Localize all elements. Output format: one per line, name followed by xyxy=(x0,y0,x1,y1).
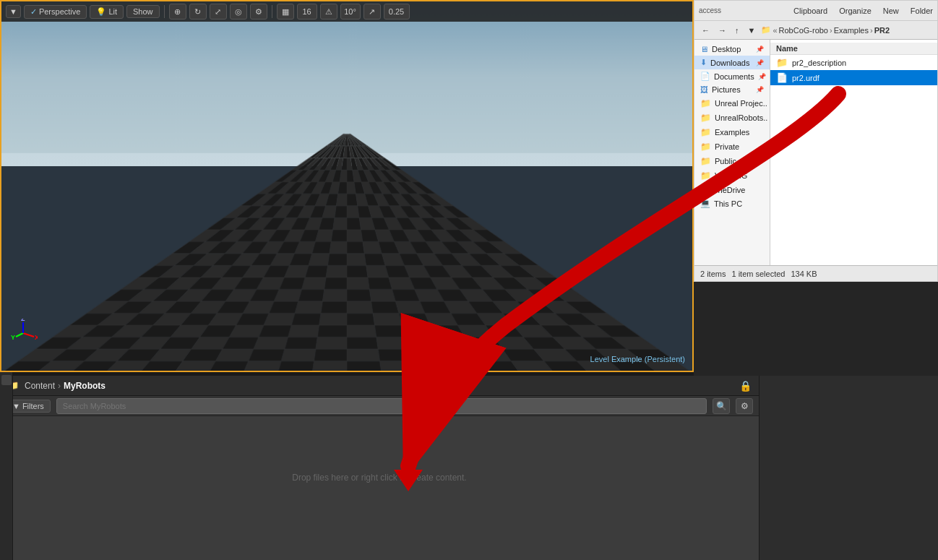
sidebar-unreal-robots-label: UnrealRobots.. xyxy=(715,113,767,122)
viewport: ▼ ✓ Perspective 💡 Lit Show ⊕ ↻ ⤢ ◎ ⚙ ▦ 1… xyxy=(0,0,694,372)
folder-unreal-icon: 📁 xyxy=(700,98,711,108)
fe-body: 🖥 Desktop 📌 ⬇ Downloads 📌 📄 Documents 📌 … xyxy=(694,40,937,265)
this-pc-icon: 💻 xyxy=(700,199,710,208)
toolbar-separator-1 xyxy=(164,5,165,18)
viewport-toolbar: ▼ ✓ Perspective 💡 Lit Show ⊕ ↻ ⤢ ◎ ⚙ ▦ 1… xyxy=(1,1,692,22)
pin-icon: 📌 xyxy=(756,46,764,53)
fe-column-header: Name xyxy=(770,43,937,55)
sidebar-item-examples[interactable]: 📁 Examples xyxy=(694,125,770,139)
perspective-button[interactable]: ✓ Perspective xyxy=(24,5,87,19)
content-browser: 📁 Content › MyRobots 🔒 ▼ Filters 🔍 ⚙ Dro… xyxy=(0,376,759,560)
svg-text:Z: Z xyxy=(21,319,25,322)
onedrive-icon: ☁ xyxy=(700,185,708,194)
fe-file-pr2-description[interactable]: 📁 pr2_description xyxy=(770,55,937,70)
folder-private-icon: 📁 xyxy=(700,142,711,152)
download-icon: ⬇ xyxy=(700,58,707,67)
vp-icon-grid[interactable]: ▦ xyxy=(277,4,294,20)
sidebar-desktop-label: Desktop xyxy=(712,45,741,53)
fe-folder-label: Folder xyxy=(911,7,933,15)
fe-breadcrumb: 📁 « RobCoG-robo › Examples › PR2 xyxy=(761,25,890,35)
vp-icon-2[interactable]: ↻ xyxy=(189,4,207,20)
pin-icon-3: 📌 xyxy=(758,73,766,80)
sidebar-vid-img-label: VID_IMG xyxy=(715,171,747,180)
vp-icon-4[interactable]: ◎ xyxy=(230,4,247,20)
vp-icon-1[interactable]: ⊕ xyxy=(169,4,186,20)
cb-settings-button[interactable]: ⚙ xyxy=(736,398,753,414)
viewport-dropdown[interactable]: ▼ xyxy=(6,5,21,18)
lit-button[interactable]: 💡 Lit xyxy=(90,5,124,19)
fe-item-selected: 1 item selected xyxy=(731,270,785,278)
vp-icon-warn[interactable]: ⚠ xyxy=(320,4,337,20)
sidebar-item-vid-img[interactable]: 📁 VID_IMG xyxy=(694,168,770,183)
fe-item-size: 134 KB xyxy=(791,270,817,278)
fe-forward-button[interactable]: → xyxy=(715,25,729,36)
folder-pr2-desc-icon: 📁 xyxy=(776,57,788,68)
fe-file-pr2-desc-label: pr2_description xyxy=(792,59,846,67)
drop-text: Drop files here or right click to create… xyxy=(292,473,466,483)
sidebar-item-documents[interactable]: 📄 Documents 📌 xyxy=(694,69,770,83)
fe-statusbar: 2 items 1 item selected 134 KB xyxy=(694,265,937,281)
breadcrumb-root[interactable]: RobCoG-robo xyxy=(779,26,828,35)
sidebar-item-downloads[interactable]: ⬇ Downloads 📌 xyxy=(694,56,770,69)
sidebar-this-pc-label: This PC xyxy=(714,199,742,208)
vp-icon-angle[interactable]: 10° xyxy=(340,4,361,20)
vp-icon-num[interactable]: 16 xyxy=(297,4,317,20)
fe-sidebar: 🖥 Desktop 📌 ⬇ Downloads 📌 📄 Documents 📌 … xyxy=(694,40,770,265)
sidebar-item-unreal-robots[interactable]: 📁 UnrealRobots.. xyxy=(694,111,770,125)
fe-file-pr2-urdf-label: pr2.urdf xyxy=(792,74,819,82)
svg-line-0 xyxy=(23,333,34,337)
cb-toolbar: ▼ Filters 🔍 ⚙ xyxy=(0,396,759,416)
cb-breadcrumb-content[interactable]: Content xyxy=(25,381,55,391)
sidebar-item-pictures[interactable]: 🖼 Pictures 📌 xyxy=(694,83,770,96)
cb-breadcrumb: Content › MyRobots xyxy=(25,381,106,391)
sidebar-item-public[interactable]: 📁 Public xyxy=(694,154,770,168)
fe-item-count: 2 items xyxy=(700,270,726,278)
sidebar-examples-label: Examples xyxy=(715,128,749,137)
breadcrumb-pr2[interactable]: PR2 xyxy=(874,26,890,35)
file-explorer: access Clipboard Organize New Folder ← →… xyxy=(694,0,938,282)
breadcrumb-sep: « xyxy=(773,26,777,35)
folder-examples-icon: 📁 xyxy=(700,127,711,137)
sidebar-item-private[interactable]: 📁 Private xyxy=(694,139,770,154)
sidebar-unreal-proj-label: Unreal Projec.. xyxy=(715,99,767,108)
fe-nav: ← → ↑ ▼ 📁 « RobCoG-robo › Examples › PR2 xyxy=(694,21,937,40)
cb-content-area[interactable]: Drop files here or right click to create… xyxy=(0,416,759,539)
cb-search-button[interactable]: 🔍 xyxy=(713,398,730,414)
sidebar-item-desktop[interactable]: 🖥 Desktop 📌 xyxy=(694,43,770,56)
filter-icon: ▼ xyxy=(12,402,20,410)
cb-breadcrumb-myrobots[interactable]: MyRobots xyxy=(64,381,106,391)
sidebar-public-label: Public xyxy=(715,157,736,165)
sidebar-pictures-label: Pictures xyxy=(712,85,741,94)
left-strip xyxy=(0,372,13,560)
viewport-checkerboard xyxy=(1,1,692,371)
vp-icon-5[interactable]: ⚙ xyxy=(250,4,267,20)
vp-icon-snap[interactable]: ↗ xyxy=(363,4,381,20)
sidebar-private-label: Private xyxy=(715,142,739,151)
pin-icon-4: 📌 xyxy=(756,86,764,93)
fe-back-button[interactable]: ← xyxy=(699,25,713,36)
show-button[interactable]: Show xyxy=(126,5,160,18)
fe-clipboard-label: Clipboard xyxy=(793,7,827,15)
fe-up-button[interactable]: ↑ xyxy=(732,25,742,36)
svg-line-1 xyxy=(16,333,23,337)
fe-access-label: access xyxy=(699,7,721,14)
fe-new-label: New xyxy=(883,7,899,15)
pictures-icon: 🖼 xyxy=(700,85,708,94)
folder-public-icon: 📁 xyxy=(700,156,711,166)
fe-file-pr2-urdf[interactable]: 📄 pr2.urdf xyxy=(770,70,937,85)
fe-recent-button[interactable]: ▼ xyxy=(745,25,759,36)
fe-organize-label: Organize xyxy=(839,7,872,15)
sidebar-onedrive-label: OneDrive xyxy=(712,186,745,194)
cb-search-input[interactable] xyxy=(56,398,707,414)
sidebar-item-this-pc[interactable]: 💻 This PC xyxy=(694,197,770,210)
sidebar-item-unreal-proj[interactable]: 📁 Unreal Projec.. xyxy=(694,96,770,111)
breadcrumb-examples[interactable]: Examples xyxy=(834,26,869,35)
fe-main: Name 📁 pr2_description 📄 pr2.urdf xyxy=(770,40,937,265)
vp-icon-3[interactable]: ⤢ xyxy=(210,4,227,20)
svg-text:Y: Y xyxy=(11,334,15,341)
vp-icon-scale[interactable]: 0.25 xyxy=(384,4,410,20)
toolbar-separator-2 xyxy=(272,5,272,18)
sidebar-item-onedrive[interactable]: ☁ OneDrive xyxy=(694,183,770,197)
cb-lock-icon[interactable]: 🔒 xyxy=(739,380,752,392)
strip-btn-1[interactable] xyxy=(1,375,12,385)
